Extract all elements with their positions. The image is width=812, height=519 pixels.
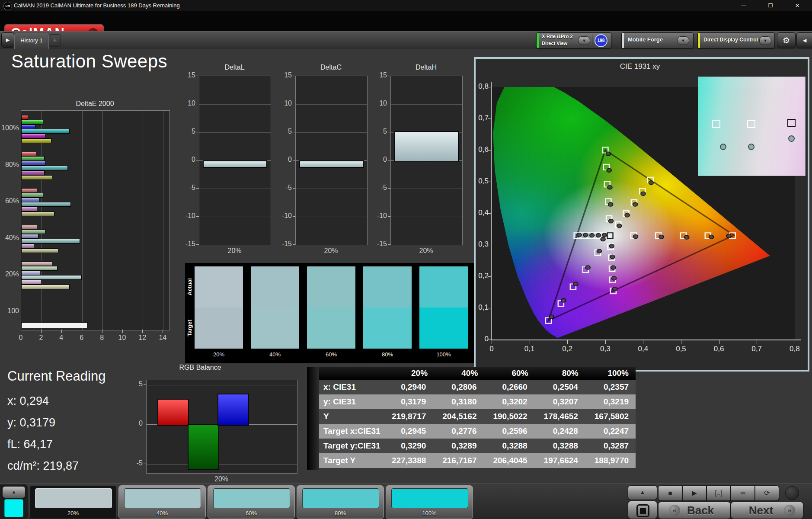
cie-x-tick-label: 0,4 — [633, 345, 652, 353]
cie-y-tick-label: 0,4 — [470, 208, 489, 217]
rgb-bar-red — [157, 399, 189, 426]
gridline — [102, 111, 103, 330]
play-icon: ▶ — [6, 37, 10, 42]
display-control-dropdown[interactable]: Direct Display Control ▼ — [697, 32, 775, 48]
back-button[interactable]: « Back — [658, 502, 731, 519]
y-tick-label: 15 — [179, 71, 195, 79]
stop-measure-button[interactable] — [628, 501, 657, 519]
y-tick — [293, 216, 295, 217]
deltae-plot-area — [21, 110, 170, 330]
stop-icon: ■ — [668, 489, 672, 497]
chevron-down-icon[interactable]: ▼ — [677, 36, 689, 45]
bar-cyan — [21, 166, 68, 170]
patch-button-60%[interactable]: 60% — [208, 485, 295, 519]
x-tick-label: 0 — [15, 334, 27, 342]
gridline — [391, 104, 462, 105]
inset-measured-circle — [720, 144, 726, 150]
x-tick — [102, 330, 102, 333]
divider — [592, 34, 592, 47]
refresh-button[interactable]: ⟳ — [755, 485, 779, 501]
row-label: Y — [319, 409, 382, 424]
patch-button-80%[interactable]: 80% — [297, 485, 384, 519]
y-tick — [388, 216, 390, 217]
settings-button[interactable]: ⚙ — [777, 32, 796, 48]
minimize-button[interactable]: — — [731, 0, 757, 11]
bar-red — [21, 188, 37, 193]
gridline — [296, 132, 367, 133]
deltaH-title: DeltaH — [390, 64, 462, 71]
close-button[interactable]: ✕ — [784, 0, 810, 11]
y-tick — [293, 76, 295, 76]
cie-y-axis-line — [491, 82, 492, 340]
infinity-icon: ∞ — [740, 489, 745, 497]
rgb-plot-area — [146, 380, 297, 474]
chevron-down-icon[interactable]: ▼ — [578, 36, 590, 45]
y-tick — [196, 104, 199, 104]
play-button[interactable]: ▶ — [682, 485, 707, 501]
group-label: 100 — [0, 307, 19, 315]
maximize-button[interactable]: ❐ — [758, 0, 783, 11]
next-button[interactable]: Next » — [731, 502, 803, 519]
add-tab-button[interactable]: + — [49, 34, 61, 47]
bar-cyan — [21, 239, 80, 243]
actual-swatch-40% — [251, 266, 299, 308]
deltaH-plot-area — [390, 76, 463, 245]
patch-swatch — [124, 488, 201, 508]
bar-red — [21, 115, 28, 120]
y-tick-label: 5 — [126, 380, 143, 388]
step-button[interactable]: [‥] — [707, 485, 731, 501]
bar-magenta — [21, 243, 34, 248]
swatch-label: 100% — [419, 351, 468, 358]
gridline — [199, 132, 271, 133]
bar-yellow — [21, 211, 54, 216]
y-tick-label: 0 — [179, 156, 195, 163]
meter-dropdown[interactable]: X-Rite i1Pro 2 Direct View ▼ 198 — [536, 32, 611, 48]
target-swatch-100% — [419, 308, 468, 349]
swatch-compare-block: ActualTarget20%40%60%80%100% — [185, 263, 474, 363]
swatch-label: 60% — [307, 351, 355, 358]
y-tick — [196, 188, 199, 189]
patch-button-100%[interactable]: 100% — [386, 485, 473, 519]
y-tick — [144, 424, 146, 424]
table-row: Target y:CIE310,32900,32890,32880,32880,… — [319, 439, 636, 453]
patch-button-20%[interactable]: 20% — [29, 485, 117, 519]
column-header: 80% — [535, 367, 585, 380]
y-tick — [293, 244, 295, 245]
meter-status-stripe — [537, 33, 539, 48]
inset-target-square — [712, 120, 720, 128]
cie-x-tick-label: 0,3 — [596, 345, 615, 353]
table-cell: 204,5162 — [433, 409, 483, 424]
inset-target-square — [747, 120, 755, 128]
title-bar: CM CalMAN 2019 CalMAN Ultimate for Busin… — [0, 0, 812, 11]
tab-history-1[interactable]: History 1 — [14, 33, 49, 49]
current-patch-widget: ▲ — [0, 484, 28, 519]
expand-patch-button[interactable]: ▲ — [2, 486, 26, 498]
x-tick — [21, 330, 21, 333]
cie-y-tick-label: 0,7 — [470, 114, 489, 122]
meter-count-badge[interactable]: 198 — [595, 34, 607, 47]
app-icon: CM — [3, 2, 12, 10]
y-tick-label: 5 — [371, 128, 387, 135]
collapse-panel-button[interactable]: ◀ — [796, 32, 812, 48]
play-icon: ▶ — [692, 489, 697, 497]
row-label: y: CIE31 — [319, 394, 382, 409]
workflow-nav-button[interactable]: ▶ — [1, 32, 14, 48]
stop-button[interactable]: ■ — [658, 485, 682, 501]
patch-button-40%[interactable]: 40% — [118, 485, 206, 519]
actual-swatch-60% — [307, 266, 355, 308]
chevron-down-icon[interactable]: ▼ — [759, 36, 771, 45]
current-reading-y: y: 0,3179 — [7, 416, 55, 429]
bar-magenta — [21, 134, 45, 138]
deltaL-plot-area — [199, 76, 271, 245]
patch-swatch — [302, 488, 379, 508]
group-label: 80% — [0, 161, 19, 169]
cie-y-tick-label: 0,5 — [470, 177, 489, 186]
rgb-bar-green — [188, 424, 219, 470]
column-header: 20% — [384, 367, 435, 380]
loop-button[interactable]: ∞ — [731, 485, 755, 501]
source-dropdown[interactable]: Mobile Forge ▼ — [621, 32, 694, 48]
table-accent-strip — [307, 367, 319, 470]
expand-transport-button[interactable]: ▲ — [628, 485, 657, 500]
bar-green — [21, 193, 43, 198]
target-swatch-60% — [307, 308, 355, 349]
